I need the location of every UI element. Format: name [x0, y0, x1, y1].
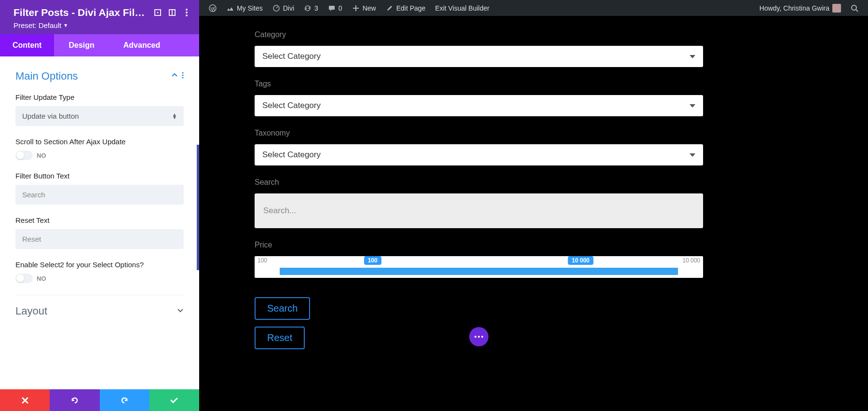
wp-exit-vb[interactable]: Exit Visual Builder — [430, 0, 494, 16]
avatar — [832, 4, 841, 13]
preset-selector[interactable]: Preset: Default ▼ — [14, 21, 191, 29]
reset-text-input[interactable] — [15, 229, 184, 249]
svg-point-9 — [182, 77, 183, 78]
plus-icon — [352, 4, 360, 12]
enable-select2-toggle[interactable] — [15, 274, 33, 283]
wp-my-sites[interactable]: My Sites — [221, 0, 268, 16]
builder-fab[interactable] — [469, 327, 488, 346]
slider-fill — [280, 268, 678, 275]
section-layout[interactable]: Layout — [15, 295, 184, 317]
svg-point-12 — [852, 5, 856, 10]
wp-site-name-label: Divi — [283, 4, 294, 12]
wp-updates-count: 3 — [314, 4, 318, 12]
redo-button[interactable] — [100, 389, 149, 411]
field-filter-button-text: Filter Button Text — [15, 172, 184, 205]
price-slider[interactable]: 100 100 10 000 10 000 — [255, 256, 703, 278]
svg-point-5 — [186, 12, 188, 14]
field-label: Tags — [255, 80, 703, 88]
save-button[interactable] — [149, 389, 199, 411]
select-value: Update via button — [22, 112, 79, 120]
settings-tabs: Content Design Advanced — [0, 34, 199, 56]
wordpress-icon — [209, 4, 217, 12]
wp-new[interactable]: New — [347, 0, 381, 16]
preset-label: Preset: Default — [14, 21, 61, 29]
preview-tags: Tags Select Category — [255, 80, 703, 116]
field-reset-text: Reset Text — [15, 216, 184, 249]
tab-design[interactable]: Design — [54, 34, 108, 56]
undo-button[interactable] — [50, 389, 99, 411]
field-label: Scroll to Section After Ajax Update — [15, 137, 184, 146]
field-label: Enable Select2 for your Select Options? — [15, 260, 184, 269]
wp-site-name[interactable]: Divi — [268, 0, 299, 16]
svg-point-13 — [475, 336, 476, 338]
wp-admin-bar: My Sites Divi 3 0 New Edit Page Exit Vis… — [199, 0, 868, 16]
wp-comments[interactable]: 0 — [323, 0, 347, 16]
wp-comments-count: 0 — [339, 4, 342, 12]
field-label: Reset Text — [15, 216, 184, 224]
select-arrows-icon: ▲▼ — [172, 113, 177, 119]
sidebar-body: Main Options Filter Update Type Update v… — [0, 56, 199, 389]
filter-update-type-select[interactable]: Update via button ▲▼ — [15, 106, 184, 126]
sidebar-header: Filter Posts - Divi Ajax Filter... Prese… — [0, 0, 199, 34]
category-dropdown[interactable]: Select Category — [255, 46, 703, 67]
search-button[interactable]: Search — [255, 297, 310, 320]
section-more-icon[interactable] — [182, 72, 184, 81]
section-title: Layout — [15, 305, 47, 317]
pencil-icon — [386, 4, 393, 12]
cancel-button[interactable] — [0, 389, 50, 411]
svg-point-15 — [481, 336, 483, 338]
field-label: Category — [255, 30, 703, 39]
chevron-down-icon — [177, 307, 184, 315]
field-filter-update-type: Filter Update Type Update via button ▲▼ — [15, 93, 184, 126]
wp-search[interactable] — [846, 0, 863, 16]
caret-down-icon — [690, 104, 695, 108]
price-low-tag: 100 — [364, 256, 381, 265]
preview-taxonomy: Taxonomy Select Category — [255, 129, 703, 165]
layout-icon[interactable] — [167, 8, 177, 17]
svg-point-14 — [478, 336, 480, 338]
caret-down-icon — [690, 55, 695, 58]
section-title: Main Options — [15, 70, 78, 82]
svg-point-6 — [186, 14, 188, 16]
comment-icon — [328, 4, 336, 12]
search-box — [255, 193, 703, 228]
more-icon[interactable] — [182, 8, 191, 17]
refresh-icon — [304, 4, 312, 12]
caret-down-icon: ▼ — [63, 23, 68, 28]
toggle-value: NO — [37, 275, 46, 282]
filter-button-text-input[interactable] — [15, 185, 184, 205]
wp-logo[interactable] — [204, 0, 221, 16]
dropdown-value: Select Category — [262, 101, 321, 110]
svg-point-8 — [182, 74, 183, 76]
scroll-after-ajax-toggle[interactable] — [15, 151, 33, 160]
field-label: Taxonomy — [255, 129, 703, 137]
wp-new-label: New — [363, 4, 376, 12]
price-min-label: 100 — [258, 257, 267, 264]
taxonomy-dropdown[interactable]: Select Category — [255, 144, 703, 165]
search-icon — [851, 4, 858, 12]
module-title: Filter Posts - Divi Ajax Filter... — [14, 7, 148, 18]
dashboard-icon — [272, 4, 280, 12]
tab-advanced[interactable]: Advanced — [109, 34, 173, 56]
wp-my-sites-label: My Sites — [237, 4, 263, 12]
price-max-label: 10 000 — [682, 257, 700, 264]
sidebar-actions — [0, 389, 199, 411]
slider-track — [258, 268, 700, 275]
wp-edit-page[interactable]: Edit Page — [381, 0, 431, 16]
field-scroll-after-ajax: Scroll to Section After Ajax Update NO — [15, 137, 184, 160]
wp-updates[interactable]: 3 — [299, 0, 323, 16]
dropdown-value: Select Category — [262, 52, 321, 61]
search-input[interactable] — [263, 206, 694, 216]
tags-dropdown[interactable]: Select Category — [255, 95, 703, 116]
reset-button[interactable]: Reset — [255, 327, 305, 349]
section-main-options[interactable]: Main Options — [15, 70, 184, 82]
caret-down-icon — [690, 153, 695, 157]
tab-content[interactable]: Content — [0, 34, 54, 56]
price-high-tag: 10 000 — [568, 256, 594, 265]
svg-point-1 — [157, 12, 159, 14]
field-label: Filter Update Type — [15, 93, 184, 101]
sites-icon — [226, 4, 234, 12]
expand-icon[interactable] — [153, 8, 163, 17]
wp-howdy[interactable]: Howdy, Christina Gwira — [755, 0, 846, 16]
wp-exit-vb-label: Exit Visual Builder — [435, 4, 489, 12]
